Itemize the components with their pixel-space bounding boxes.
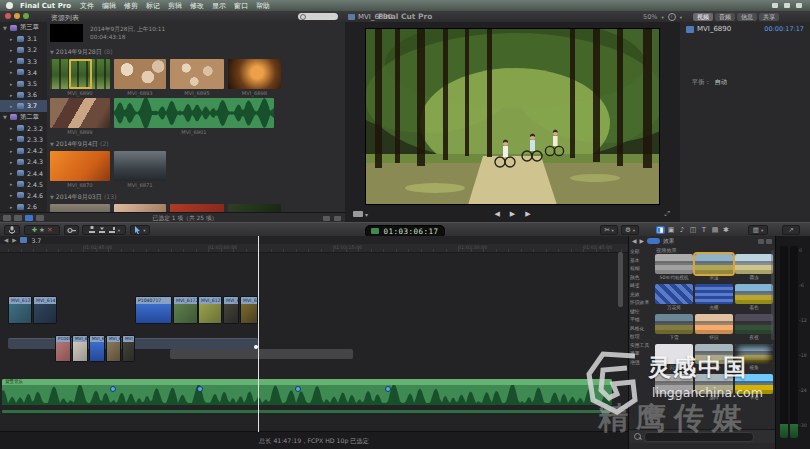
browser-clip-untitled[interactable] [228, 204, 281, 212]
timeline-clip-MVI_6150[interactable]: MVI_6150 [106, 335, 121, 362]
timeline-clip-MVI_6172[interactable]: MVI_6172 [173, 296, 198, 324]
timeline-clip-P1040736[interactable]: P1040736 [55, 335, 71, 362]
sidebar-item-2.4.5[interactable]: ▸2.4.5 [0, 179, 47, 190]
audio-marker[interactable] [295, 386, 301, 392]
trim-tools-button[interactable]: ✄▾ [600, 225, 618, 235]
sidebar-item-2.4.6[interactable]: ▸2.4.6 [0, 190, 47, 201]
effects-category-怀旧效果[interactable]: 怀旧效果 [630, 299, 651, 308]
menu-item-标记[interactable]: 标记 [146, 1, 160, 11]
browser-clip-untitled[interactable] [114, 204, 166, 212]
clip-group-header[interactable]: ▼2014年9月28日 (8) [50, 48, 339, 57]
effect-怀旧[interactable]: 怀旧 [695, 314, 733, 341]
fullscreen-icon[interactable]: ⤢ [664, 210, 670, 218]
audio-marker[interactable] [110, 386, 116, 392]
sidebar-item-2.6[interactable]: ▸2.6 [0, 201, 47, 212]
titles-browser-icon[interactable]: T [700, 226, 709, 234]
menu-item-修剪[interactable]: 修剪 [124, 1, 138, 11]
timeline-clip-MVI_6123[interactable]: MVI_6123 [198, 296, 222, 324]
effects-category-增强[interactable]: 增强 [630, 359, 651, 368]
previous-frame-button[interactable]: ◀ [494, 210, 499, 218]
timeline-clip-MVI_6149[interactable]: MVI_6149 [89, 335, 105, 362]
sidebar-item-2.4.4[interactable]: ▸2.4.4 [0, 167, 47, 178]
menu-item-文件[interactable]: 文件 [80, 1, 94, 11]
list-view-icon[interactable] [36, 215, 44, 221]
background-music-clip[interactable]: 背景音乐 [2, 379, 612, 405]
effects-toggle-pill[interactable] [647, 238, 660, 244]
browser-clip-MVI_6870[interactable]: MVI_6870 [50, 151, 110, 189]
browser-clip-MVI_6890[interactable]: MVI_6890 [50, 59, 110, 97]
generators-browser-icon[interactable]: ▤ [711, 226, 720, 234]
tab-音频[interactable]: 音频 [715, 13, 735, 21]
zoom-window-button[interactable] [23, 13, 29, 19]
gear-icon[interactable] [14, 215, 22, 221]
sidebar-item-3.1[interactable]: ▸3.1 [0, 33, 47, 44]
status-icon[interactable] [772, 3, 778, 8]
timeline-clip-MVI_6141[interactable]: MVI_6141 [33, 296, 57, 324]
effect-黑白[interactable]: 黑白 [655, 374, 693, 401]
info-icon[interactable]: i [668, 13, 676, 21]
grid-view-icon[interactable] [758, 239, 764, 244]
menu-item-编辑[interactable]: 编辑 [102, 1, 116, 11]
effects-category-风格化[interactable]: 风格化 [630, 325, 651, 334]
effects-category-光效[interactable]: 光效 [630, 291, 651, 300]
sidebar-item-3.5[interactable]: ▸3.5 [0, 78, 47, 89]
effect-50年代电视机[interactable]: 50年代电视机 [655, 254, 693, 281]
browser-clip-MVI_6898[interactable]: MVI_6898 [228, 59, 281, 97]
sidebar-item-3.3[interactable]: ▸3.3 [0, 56, 47, 67]
effects-category-颜色[interactable]: 颜色 [630, 274, 651, 283]
effect-漂白[interactable]: 漂白 [695, 374, 733, 401]
effects-category-全部[interactable]: 全部 [630, 248, 651, 257]
menu-item-剪辑[interactable]: 剪辑 [168, 1, 182, 11]
music-browser-icon[interactable]: ♪ [678, 226, 687, 234]
browser-clip-MVI_6871[interactable]: MVI_6871 [114, 151, 166, 189]
tab-信息[interactable]: 信息 [737, 13, 757, 21]
sidebar-group-第三章[interactable]: ▼第三章 [0, 22, 47, 33]
reject-icon[interactable]: ✕ [47, 226, 52, 234]
import-media-button[interactable] [4, 225, 20, 235]
viewer-zoom-control[interactable]: 50%▾ i▾ [643, 13, 682, 21]
browser-clip-untitled[interactable] [170, 204, 224, 212]
effects-category-遮罩[interactable]: 遮罩 [630, 350, 651, 359]
effects-category-键控[interactable]: 键控 [630, 308, 651, 317]
effects-forward-icon[interactable]: ▶ [639, 238, 643, 244]
effects-category-实用工具[interactable]: 实用工具 [630, 342, 651, 351]
sidebar-item-3.2[interactable]: ▸3.2 [0, 44, 47, 55]
browser-clip-untitled[interactable] [50, 204, 110, 212]
audio-clip-collapsed[interactable] [2, 410, 612, 413]
app-menu-name[interactable]: Final Cut Pro [20, 2, 71, 10]
menu-item-显示[interactable]: 显示 [212, 1, 226, 11]
effects-search-input[interactable] [644, 432, 754, 442]
sidebar-item-2.3.2[interactable]: ▸2.3.2 [0, 123, 47, 134]
effects-category-基本[interactable]: 基本 [630, 257, 651, 266]
apple-menu-icon[interactable] [6, 2, 13, 9]
browser-search-input[interactable] [298, 13, 338, 20]
browser-clip-MVI_6893[interactable]: MVI_6893 [114, 59, 166, 97]
photos-browser-icon[interactable]: ▣ [667, 226, 676, 234]
clip-group-header[interactable]: ▼2014年9月4日 (2) [50, 140, 339, 149]
browser-clip-MVI_6899[interactable]: MVI_6899 [50, 98, 110, 136]
close-window-button[interactable] [5, 13, 11, 19]
effects-category-平铺[interactable]: 平铺 [630, 316, 651, 325]
browser-clip-MVI_6901[interactable]: MVI_6901 [114, 98, 274, 136]
timeline-clip-MVI_6122[interactable]: MVI_6122 [8, 296, 32, 324]
list-view-icon[interactable] [766, 239, 772, 244]
sidebar-item-2.4.2[interactable]: ▸2.4.2 [0, 145, 47, 156]
menu-item-帮助[interactable]: 帮助 [256, 1, 270, 11]
effect-玻璃块[interactable]: 玻璃块 [695, 344, 733, 371]
filmstrip-toggle-icon[interactable] [323, 216, 330, 221]
tool-selector-button[interactable]: ▾ [130, 225, 150, 235]
sidebar-item-3.4[interactable]: ▸3.4 [0, 67, 47, 78]
effect-万花筒[interactable]: 万花筒 [655, 284, 693, 311]
clip-appearance-icon[interactable] [25, 215, 33, 221]
effect-着色[interactable]: 着色 [735, 284, 773, 311]
timeline-scrollbar[interactable] [618, 252, 623, 430]
balance-value[interactable]: 自动 [715, 78, 727, 85]
retime-gear-button[interactable]: ⚙▾ [621, 225, 639, 235]
effects-scrollbar[interactable] [771, 250, 774, 340]
effect-闪光[interactable]: 闪光 [655, 344, 693, 371]
effects-category-模糊[interactable]: 模糊 [630, 265, 651, 274]
timeline-forward-icon[interactable]: ▶ [12, 237, 16, 243]
viewer-options-button[interactable]: ▾ [353, 210, 368, 218]
timeline-clip-MVI_6146[interactable]: MVI_6146 [72, 335, 88, 362]
themes-browser-icon[interactable]: ✱ [722, 226, 731, 234]
